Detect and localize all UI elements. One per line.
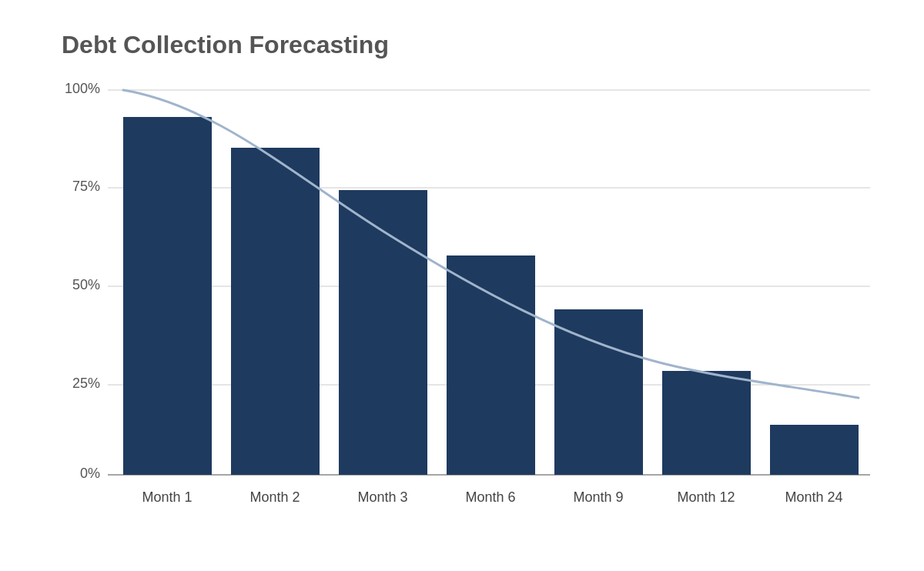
bar-month1	[123, 117, 212, 475]
bar-month24	[770, 425, 859, 475]
bar-month6	[447, 255, 535, 475]
bar-month3	[339, 190, 427, 475]
chart-title: Debt Collection Forecasting	[62, 31, 878, 59]
xlabel-month6: Month 6	[465, 489, 515, 505]
bar-month9	[554, 309, 643, 475]
chart-svg: 100% 75% 50% 25% 0%	[62, 82, 878, 521]
chart-area: 100% 75% 50% 25% 0%	[62, 82, 878, 521]
ylabel-100: 100%	[65, 82, 100, 96]
xlabel-month12: Month 12	[677, 489, 735, 505]
xlabel-month9: Month 9	[573, 489, 623, 505]
ylabel-25: 25%	[72, 376, 100, 391]
xlabel-month24: Month 24	[785, 489, 842, 505]
ylabel-75: 75%	[72, 179, 100, 194]
xlabel-month1: Month 1	[142, 489, 192, 505]
chart-container: Debt Collection Forecasting 100% 75% 50%…	[0, 0, 924, 571]
bar-month2	[231, 148, 320, 475]
bar-month12	[662, 371, 751, 475]
xlabel-month3: Month 3	[357, 489, 407, 505]
xlabel-month2: Month 2	[249, 489, 300, 505]
ylabel-0: 0%	[80, 466, 100, 481]
ylabel-50: 50%	[72, 277, 100, 292]
